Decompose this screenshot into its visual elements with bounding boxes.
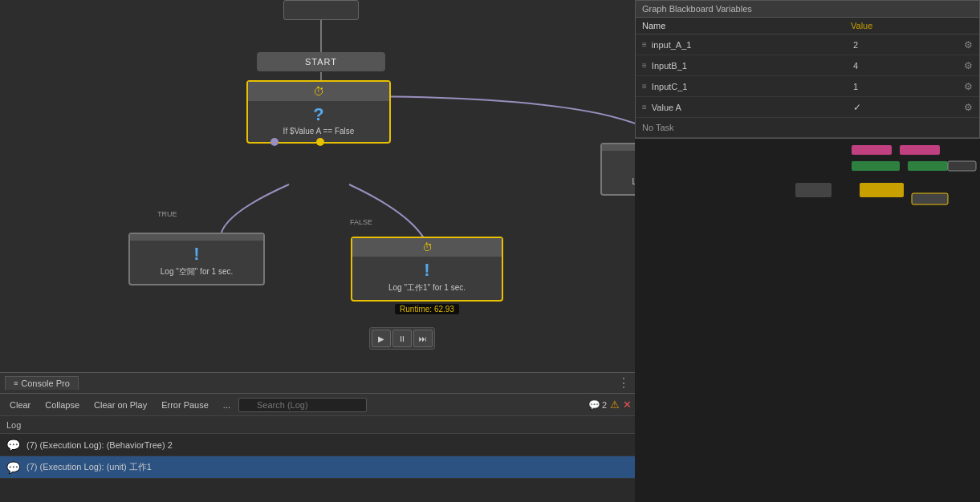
message-icon: 💬 — [588, 399, 600, 411]
console-log-area[interactable]: 💬 (7) (Execution Log): (BehaviorTree) 2 … — [0, 434, 635, 502]
blackboard-row-2[interactable]: ≡ InputC_1 1 ⚙ — [636, 76, 979, 97]
conn-dot-false — [316, 138, 324, 146]
playback-controls: ▶ ⏸ ⏭ — [369, 327, 435, 350]
start-node-title: START — [258, 54, 384, 70]
log-node-right[interactable]: ! Log "工作2" for 1 sec. — [600, 143, 635, 196]
start-node: START — [257, 52, 385, 71]
console-tab-icon: ≡ — [14, 379, 18, 387]
svg-rect-4 — [900, 145, 940, 155]
log-row-1-icon: 💬 — [6, 461, 20, 474]
log-row-1-text: (7) (Execution Log): (unit) 工作1 — [26, 461, 152, 473]
svg-rect-9 — [795, 183, 832, 197]
svg-rect-10 — [912, 193, 948, 204]
console-tab-bar: ≡ Console Pro ⋮ — [0, 373, 635, 394]
row-0-icon: ≡ — [642, 40, 647, 49]
warning-icon: ⚠ — [610, 399, 620, 411]
svg-rect-3 — [852, 145, 892, 155]
message-badge: 💬 2 — [588, 399, 607, 411]
log-node-right-body: ! Log "工作2" for 1 sec. — [602, 151, 635, 189]
search-wrapper: 🔍 — [238, 398, 367, 412]
exclamation-center: ! — [424, 260, 429, 281]
no-task-row: No Task — [636, 118, 979, 138]
row-2-value: 1 — [847, 82, 959, 91]
collapse-button[interactable]: Collapse — [39, 399, 86, 411]
log-node-left-header — [130, 234, 263, 241]
row-3-value: ✓ — [847, 102, 959, 113]
search-input[interactable] — [238, 398, 367, 412]
pause-button[interactable]: ⏸ — [392, 330, 412, 347]
condition-node-header: ⏱ — [248, 82, 389, 101]
error-icon: ✕ — [623, 399, 632, 411]
more-button[interactable]: ... — [217, 399, 237, 411]
svg-rect-8 — [860, 183, 904, 197]
true-label: TRUE — [157, 210, 177, 218]
log-row-0-text: (7) (Execution Log): (BehaviorTree) 2 — [26, 440, 173, 450]
row-3-gear[interactable]: ⚙ — [964, 102, 973, 113]
row-1-name: InputB_1 — [652, 61, 847, 71]
condition-node[interactable]: ⏱ ? If $Value A == False — [246, 80, 391, 144]
top-node — [283, 0, 359, 20]
row-2-icon: ≡ — [642, 82, 647, 91]
console-tab-label: Console Pro — [21, 379, 70, 388]
row-1-gear[interactable]: ⚙ — [964, 60, 973, 71]
log-row-0-icon: 💬 — [6, 439, 20, 451]
next-button[interactable]: ⏭ — [413, 330, 433, 347]
log-node-left-body: ! Log "空閒" for 1 sec. — [130, 241, 263, 279]
runtime-badge: Runtime: 62.93 — [395, 304, 459, 314]
condition-node-body: ? If $Value A == False — [248, 101, 389, 137]
svg-rect-5 — [852, 161, 900, 171]
log-center-text: Log "工作1" for 1 sec. — [388, 282, 466, 294]
no-task-text: No Task — [642, 123, 674, 132]
play-button[interactable]: ▶ — [372, 330, 391, 347]
log-row-1[interactable]: 💬 (7) (Execution Log): (unit) 工作1 — [0, 456, 635, 479]
row-3-icon: ≡ — [642, 103, 647, 111]
log-node-center-header: ⏱ — [352, 238, 502, 257]
log-node-right-header — [602, 144, 635, 151]
right-panel: Graph Blackboard Variables Name Value ≡ … — [635, 0, 980, 502]
log-left-text: Log "空閒" for 1 sec. — [161, 266, 233, 277]
blackboard-row-1[interactable]: ≡ InputB_1 4 ⚙ — [636, 55, 979, 76]
toolbar-right: 💬 2 ⚠ ✕ — [588, 399, 632, 411]
console-header-row: Log — [0, 416, 635, 434]
clear-button[interactable]: Clear — [3, 399, 37, 411]
main-layout: START ⏱ ? If $Value A == False TRUE FALS… — [0, 0, 980, 502]
log-row-0[interactable]: 💬 (7) (Execution Log): (BehaviorTree) 2 — [0, 434, 635, 456]
svg-rect-7 — [948, 161, 976, 171]
mini-map-svg — [635, 139, 980, 235]
badge-count: 2 — [602, 400, 607, 410]
row-1-icon: ≡ — [642, 61, 647, 70]
row-3-name: Value A — [652, 103, 847, 112]
row-0-value: 2 — [847, 40, 959, 50]
col-value-header: Value — [844, 21, 973, 30]
blackboard-title: Graph Blackboard Variables — [636, 1, 979, 18]
console-pro-tab[interactable]: ≡ Console Pro — [5, 376, 79, 390]
col-name-header: Name — [642, 21, 844, 30]
row-0-name: input_A_1 — [652, 40, 847, 50]
row-0-gear[interactable]: ⚙ — [964, 39, 973, 51]
error-pause-button[interactable]: Error Pause — [155, 399, 215, 411]
console-area: ≡ Console Pro ⋮ Clear Collapse Clear on … — [0, 372, 635, 502]
blackboard-row-3[interactable]: ≡ Value A ✓ ⚙ — [636, 97, 979, 118]
log-node-left[interactable]: ! Log "空閒" for 1 sec. — [128, 233, 265, 285]
row-2-gear[interactable]: ⚙ — [964, 81, 973, 92]
false-label: FALSE — [350, 218, 372, 226]
condition-text: If $Value A == False — [283, 127, 355, 136]
clock-center-icon: ⏱ — [422, 241, 433, 253]
blackboard-row-0[interactable]: ≡ input_A_1 2 ⚙ — [636, 34, 979, 55]
mini-graph — [635, 139, 980, 502]
svg-rect-6 — [908, 161, 948, 171]
clock-icon: ⏱ — [313, 85, 324, 98]
log-column-header: Log — [6, 420, 21, 430]
log-node-center[interactable]: ⏱ ! Log "工作1" for 1 sec. Runtime: 62.93 — [351, 237, 503, 302]
console-tab-menu[interactable]: ⋮ — [617, 375, 630, 391]
exclamation-left: ! — [193, 244, 199, 265]
log-node-center-body: ! Log "工作1" for 1 sec. — [352, 257, 502, 295]
row-1-value: 4 — [847, 61, 959, 71]
graph-canvas: START ⏱ ? If $Value A == False TRUE FALS… — [0, 0, 635, 502]
row-2-name: InputC_1 — [652, 82, 847, 91]
blackboard-header: Name Value — [636, 18, 979, 34]
conn-dot-true — [270, 138, 279, 146]
blackboard-panel: Graph Blackboard Variables Name Value ≡ … — [635, 0, 980, 139]
clear-on-play-button[interactable]: Clear on Play — [87, 399, 153, 411]
question-icon: ? — [313, 104, 323, 125]
